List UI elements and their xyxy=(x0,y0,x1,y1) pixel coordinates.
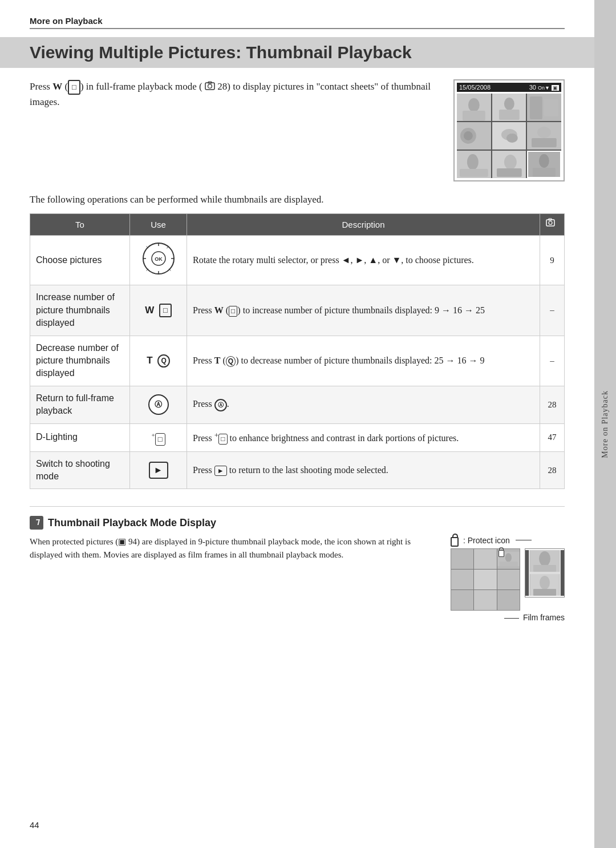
svg-point-48 xyxy=(539,551,550,566)
row-to-fullframe: Return to full-frame playback xyxy=(30,386,130,423)
row-use-w: W □ xyxy=(130,285,187,336)
note-main-image xyxy=(451,548,520,611)
row-use-dlighting: +□ xyxy=(130,423,187,451)
table-row: Increase number of picture thumbnails di… xyxy=(30,285,565,336)
row-page-shooting: 28 xyxy=(540,451,565,489)
svg-point-1 xyxy=(208,84,212,88)
row-to-increase: Increase number of picture thumbnails di… xyxy=(30,285,130,336)
camera-date: 15/05/2008 xyxy=(459,84,491,91)
svg-point-45 xyxy=(505,554,511,563)
note-section: ⅂ Thumbnail Playback Mode Display When p… xyxy=(30,506,565,622)
table-header-description: Description xyxy=(187,214,540,236)
row-desc-decrease: Press T (Q) to decrease number of pictur… xyxy=(187,336,540,386)
row-desc-dlighting: Press +□ to enhance brightness and contr… xyxy=(187,423,540,451)
section-header: More on Playback xyxy=(30,16,565,29)
svg-rect-30 xyxy=(546,220,554,226)
camera-cell-selected xyxy=(527,151,561,178)
svg-point-31 xyxy=(549,221,552,225)
film-frames-label: Film frames xyxy=(451,613,565,622)
row-desc-fullframe: Press Ⓐ. xyxy=(187,386,540,423)
note-title-text: Thumbnail Playback Mode Display xyxy=(48,517,216,529)
table-row: Return to full-frame playback Ⓐ Press Ⓐ.… xyxy=(30,386,565,423)
svg-point-7 xyxy=(504,98,514,110)
svg-point-28 xyxy=(539,154,549,168)
row-desc-choose-pictures: Rotate the rotary multi selector, or pre… xyxy=(187,236,540,285)
film-frames-image xyxy=(525,548,565,597)
intro-section: Press W (□) in full-frame playback mode … xyxy=(30,79,565,181)
note-cell xyxy=(474,549,496,569)
rotary-dial-icon: OK xyxy=(141,241,176,276)
row-desc-increase: Press W (□) to increase number of pictur… xyxy=(187,285,540,336)
play-inline-icon: ► xyxy=(214,466,227,476)
note-camera-area xyxy=(451,548,565,611)
svg-rect-46 xyxy=(499,562,517,567)
camera-cell xyxy=(457,151,491,178)
note-cell xyxy=(451,590,473,610)
arrow-to-film xyxy=(504,618,519,619)
svg-rect-5 xyxy=(463,111,485,121)
table-row: Switch to shooting mode ► Press ► to ret… xyxy=(30,451,565,489)
svg-point-14 xyxy=(464,131,473,140)
w-button-icon: □ xyxy=(68,80,80,95)
operations-table: To Use Description Choose pictures xyxy=(30,213,565,489)
svg-point-22 xyxy=(467,154,479,170)
row-to-dlighting: D-Lighting xyxy=(30,423,130,451)
row-to-shooting: Switch to shooting mode xyxy=(30,451,130,489)
note-cell xyxy=(451,570,473,589)
main-content: More on Playback Viewing Multiple Pictur… xyxy=(0,0,594,645)
table-header-page xyxy=(540,214,565,236)
t-button: T Q xyxy=(147,354,169,368)
protect-label: : Protect icon xyxy=(451,535,565,545)
row-use-rotary: OK xyxy=(130,236,187,285)
ok-button-icon: Ⓐ xyxy=(148,394,169,415)
row-desc-shooting: Press ► to return to the last shooting m… xyxy=(187,451,540,489)
intro-text: Press W (□) in full-frame playback mode … xyxy=(30,79,440,109)
svg-rect-23 xyxy=(460,169,488,177)
note-text: When protected pictures (▣ 94) are displ… xyxy=(30,535,437,561)
camera-display-header: 15/05/2008 30 On▼ ▣ xyxy=(457,83,561,92)
row-page-dlighting: 47 xyxy=(540,423,565,451)
film-cell-1 xyxy=(530,550,560,572)
svg-point-17 xyxy=(506,134,518,143)
camera-count: 30 On▼ ▣ xyxy=(529,84,559,91)
note-icon: ⅂ xyxy=(30,516,43,530)
note-cell xyxy=(474,590,496,610)
table-header-use: Use xyxy=(130,214,187,236)
svg-point-25 xyxy=(504,155,517,169)
table-header-to: To xyxy=(30,214,130,236)
play-button-icon: ► xyxy=(149,462,168,479)
note-thumbnail-grid xyxy=(451,549,520,610)
camera-cell xyxy=(492,122,526,150)
row-page-increase: – xyxy=(540,285,565,336)
camera-ref-icon xyxy=(205,81,215,94)
camera-display: 15/05/2008 30 On▼ ▣ xyxy=(453,79,565,181)
ok-inline-icon: Ⓐ xyxy=(214,399,227,411)
note-cell-protect xyxy=(497,549,520,569)
row-page-choose-pictures: 9 xyxy=(540,236,565,285)
svg-rect-0 xyxy=(205,83,214,90)
note-cell xyxy=(474,570,496,589)
dlighting-icon: +□ xyxy=(151,431,165,444)
row-use-t: T Q xyxy=(130,336,187,386)
camera-cell xyxy=(527,94,561,121)
note-image-area: : Protect icon xyxy=(451,535,565,622)
camera-cell xyxy=(457,94,491,121)
row-to-choose-pictures: Choose pictures xyxy=(30,236,130,285)
svg-rect-49 xyxy=(533,565,556,572)
page-number: 44 xyxy=(30,820,39,830)
page-title: Viewing Multiple Pictures: Thumbnail Pla… xyxy=(0,37,594,68)
svg-rect-11 xyxy=(544,99,558,116)
table-row: Choose pictures OK xyxy=(30,236,565,285)
following-text: The following operations can be performe… xyxy=(30,194,565,205)
camera-cell xyxy=(492,151,526,178)
camera-cell xyxy=(527,122,561,150)
svg-text:OK: OK xyxy=(155,256,163,262)
camera-cell xyxy=(457,122,491,150)
row-to-decrease: Decrease number of picture thumbnails di… xyxy=(30,336,130,386)
svg-point-51 xyxy=(540,576,550,589)
svg-rect-29 xyxy=(533,168,556,177)
svg-rect-52 xyxy=(533,589,556,596)
note-main-frame xyxy=(451,548,520,611)
film-frames-text: Film frames xyxy=(523,613,565,622)
protect-icon xyxy=(451,537,459,547)
